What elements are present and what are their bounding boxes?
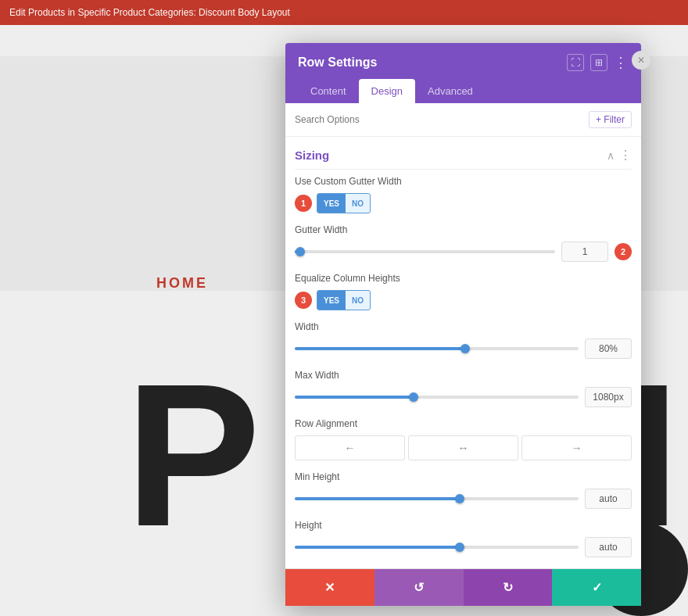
equalize-column-heights-toggle-wrapper: 3 YES NO — [295, 290, 632, 310]
modal-header-icons: ⛶ ⊞ ⋮ — [567, 54, 629, 71]
tab-advanced[interactable]: Advanced — [415, 79, 486, 103]
gutter-width-label: Gutter Width — [295, 224, 632, 235]
more-options-icon[interactable]: ⋮ — [614, 54, 629, 71]
height-row: Height auto — [295, 520, 632, 557]
equalize-column-heights-row: Equalize Column Heights 3 YES NO — [295, 273, 632, 310]
columns-icon[interactable]: ⊞ — [590, 54, 607, 71]
equalize-column-heights-label: Equalize Column Heights — [295, 273, 632, 284]
equalize-toggle-no[interactable]: NO — [346, 291, 370, 310]
row-alignment-row: Row Alignment ← ↔ → — [295, 418, 632, 460]
section-dots-icon[interactable]: ⋮ — [619, 148, 632, 163]
alignment-center-button[interactable]: ↔ — [408, 435, 518, 460]
min-height-value: auto — [585, 489, 632, 509]
width-label: Width — [295, 321, 632, 332]
modal-header-top: Row Settings ⛶ ⊞ ⋮ — [298, 54, 629, 71]
use-custom-gutter-width-row: Use Custom Gutter Width 1 YES NO — [295, 176, 632, 213]
section-header-icons: ∧ ⋮ — [607, 148, 632, 163]
slider-thumb[interactable] — [296, 247, 305, 256]
search-bar: + Filter — [285, 103, 641, 137]
width-value: 80% — [585, 338, 632, 359]
modal-header: Row Settings ⛶ ⊞ ⋮ Content Design — [285, 43, 641, 103]
sizing-section: Sizing ∧ ⋮ Use Custom Gutter Width 1 YES — [285, 137, 641, 568]
collapse-icon[interactable]: ∧ — [607, 149, 615, 162]
equalize-column-heights-toggle[interactable]: YES NO — [317, 290, 371, 310]
max-width-slider[interactable] — [295, 396, 579, 399]
badge-1: 1 — [295, 195, 312, 212]
bg-home-text: HOME — [156, 275, 208, 292]
modal-container: Row Settings ⛶ ⊞ ⋮ Content Design — [285, 43, 641, 606]
width-slider-fill — [295, 347, 465, 350]
height-slider-row: auto — [295, 537, 632, 557]
height-slider-thumb[interactable] — [455, 543, 464, 552]
use-custom-gutter-width-toggle-wrapper: 1 YES NO — [295, 193, 632, 213]
modal-body: + Filter Sizing ∧ ⋮ Use Custom Gutter Wi… — [285, 103, 641, 568]
modal-title: Row Settings — [298, 56, 377, 70]
custom-gutter-toggle[interactable]: YES NO — [317, 193, 371, 213]
min-height-label: Min Height — [295, 471, 632, 482]
redo-button[interactable]: ↻ — [464, 569, 553, 606]
top-bar: Edit Products in Specific Product Catego… — [0, 0, 688, 25]
badge-2: 2 — [615, 243, 632, 260]
row-alignment-label: Row Alignment — [295, 418, 632, 429]
modal-footer: ✕ ↺ ↻ ✓ — [285, 568, 641, 606]
top-bar-title: Edit Products in Specific Product Catego… — [9, 7, 290, 18]
height-label: Height — [295, 520, 632, 531]
width-slider-thumb[interactable] — [460, 344, 470, 353]
min-height-slider-row: auto — [295, 489, 632, 509]
equalize-toggle-yes[interactable]: YES — [317, 291, 346, 310]
alignment-left-button[interactable]: ← — [295, 435, 405, 460]
badge-3: 3 — [295, 292, 312, 309]
gutter-width-slider[interactable] — [295, 250, 555, 253]
tab-design[interactable]: Design — [359, 79, 415, 103]
alignment-row: ← ↔ → — [295, 435, 632, 460]
bg-gray-block-2 — [641, 56, 688, 291]
toggle-yes[interactable]: YES — [317, 194, 346, 213]
fullscreen-icon[interactable]: ⛶ — [567, 54, 584, 71]
width-slider-row: 80% — [295, 338, 632, 359]
section-title: Sizing — [295, 149, 329, 162]
section-header: Sizing ∧ ⋮ — [295, 137, 632, 170]
tab-content[interactable]: Content — [298, 79, 359, 103]
max-width-value: 1080px — [585, 387, 632, 407]
use-custom-gutter-width-label: Use Custom Gutter Width — [295, 176, 632, 187]
alignment-right-button[interactable]: → — [521, 435, 632, 460]
modal-tabs: Content Design Advanced — [298, 79, 629, 103]
toggle-no[interactable]: NO — [346, 194, 370, 213]
max-width-label: Max Width — [295, 370, 632, 381]
filter-button[interactable]: + Filter — [589, 111, 632, 128]
max-width-row: Max Width 1080px — [295, 370, 632, 407]
search-input[interactable] — [295, 114, 584, 125]
reset-button[interactable]: ↺ — [374, 569, 464, 606]
modal-close-button[interactable]: ✕ — [632, 51, 650, 70]
bg-gray-block-1 — [0, 56, 285, 291]
height-value: auto — [585, 537, 632, 557]
height-slider-fill — [295, 546, 460, 549]
gutter-width-value: 1 — [561, 242, 608, 262]
bg-big-p: P — [125, 353, 260, 557]
max-width-slider-fill — [295, 396, 414, 399]
max-width-slider-row: 1080px — [295, 387, 632, 407]
width-row: Width 80% — [295, 321, 632, 359]
width-slider[interactable] — [295, 347, 579, 350]
height-slider[interactable] — [295, 546, 579, 549]
max-width-slider-thumb[interactable] — [409, 392, 418, 402]
gutter-width-slider-row: 1 2 — [295, 242, 632, 262]
min-height-row: Min Height auto — [295, 471, 632, 509]
gutter-width-row: Gutter Width 1 2 — [295, 224, 632, 262]
save-button[interactable]: ✓ — [552, 569, 641, 606]
cancel-button[interactable]: ✕ — [285, 569, 374, 606]
min-height-slider[interactable] — [295, 497, 579, 500]
min-height-slider-thumb[interactable] — [455, 494, 464, 503]
min-height-slider-fill — [295, 497, 460, 500]
